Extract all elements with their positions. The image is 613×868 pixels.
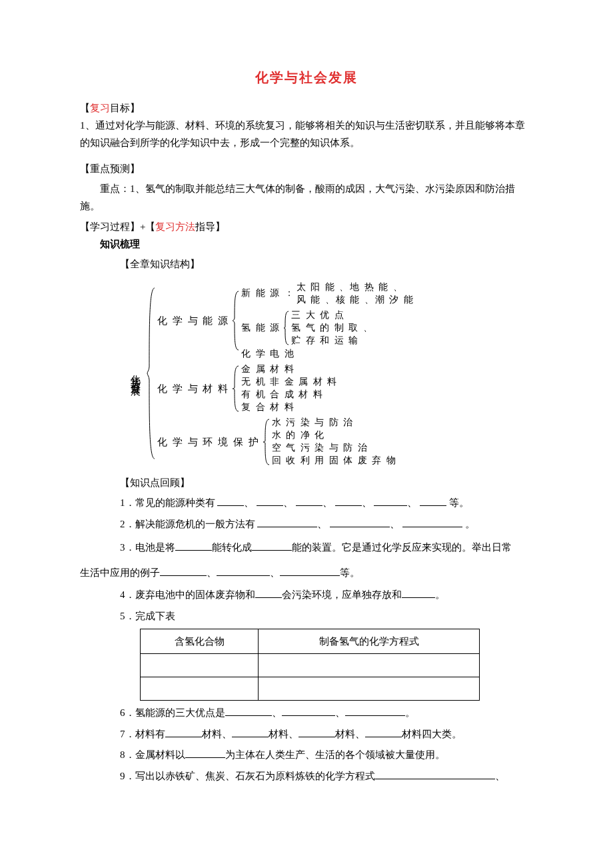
table-cell xyxy=(259,654,480,677)
fill-blank xyxy=(330,517,390,527)
brace-icon xyxy=(231,363,241,414)
table-cell xyxy=(141,677,259,701)
tree-g1-b: 氢 能 源 xyxy=(241,309,282,347)
hydrogen-table: 含氢化合物 制备氢气的化学方程式 xyxy=(140,629,480,701)
tree-root: 化学与社会发展 xyxy=(127,279,145,468)
document-page: 化学与社会发展 【复习目标】 1、通过对化学与能源、材料、环境的系统复习，能够将… xyxy=(0,0,613,868)
table-header-equation: 制备氢气的化学方程式 xyxy=(259,629,480,654)
fill-blank xyxy=(420,496,446,506)
fill-blank xyxy=(402,588,435,598)
q3-b: 能转化成 xyxy=(212,542,252,553)
knowledge-tree: 化学与社会发展 化 学 与 能 源 新 能 xyxy=(127,279,533,468)
fill-blank xyxy=(280,566,340,576)
q7-m: 材料、 xyxy=(335,729,365,739)
proc-b: 指导】 xyxy=(195,221,225,232)
question-3b: 生活中应用的例子、、等。 xyxy=(80,563,533,583)
fill-blank xyxy=(375,769,495,779)
tree-leaf: 有 机 合 成 材 料 xyxy=(241,389,338,401)
brace-icon xyxy=(231,280,241,361)
keypoint-header: 【重点预测】 xyxy=(80,161,533,177)
question-3: 3．电池是将能转化成能的装置。它是通过化学反应来实现的。举出日常 xyxy=(120,537,533,559)
fill-blank xyxy=(175,541,212,551)
fill-blank xyxy=(299,727,335,737)
q8-a: 8．金属材料以 xyxy=(120,749,185,760)
review-header: 【知识点回顾】 xyxy=(120,475,533,491)
table-row xyxy=(141,654,480,677)
question-8: 8．金属材料以为主体在人类生产、生活的各个领域被大量使用。 xyxy=(120,747,533,764)
sep: 、 xyxy=(322,497,332,508)
page-title: 化学与社会发展 xyxy=(80,67,533,88)
goal-rest: 目标】 xyxy=(110,103,140,113)
tree-leaf: 三 大 优 点 xyxy=(291,309,374,322)
sep: 、 xyxy=(270,567,280,578)
sep: 、 xyxy=(244,497,254,508)
table-row xyxy=(141,677,480,701)
tree-g2: 化 学 与 材 料 xyxy=(157,363,231,414)
fill-blank xyxy=(374,496,407,506)
fill-blank xyxy=(282,706,335,716)
q6-a: 6．氢能源的三大优点是 xyxy=(120,707,225,718)
question-2: 2．解决能源危机的一般方法有 、 、 。 xyxy=(120,516,533,533)
sep: 、 xyxy=(272,707,282,718)
q6-b: 。 xyxy=(405,707,415,718)
goal-body: 1、通过对化学与能源、材料、环境的系统复习，能够将相关的知识与生活密切联系，并且… xyxy=(80,117,533,151)
fill-blank xyxy=(402,517,462,527)
q4-c: 。 xyxy=(435,589,445,600)
fill-blank xyxy=(185,748,225,758)
q7-b: 材料四大类。 xyxy=(402,729,462,739)
table-row: 含氢化合物 制备氢气的化学方程式 xyxy=(141,629,480,654)
fill-blank xyxy=(257,517,317,527)
fill-blank xyxy=(257,496,283,506)
q2-a: 2．解决能源危机的一般方法有 xyxy=(120,519,255,529)
q4-b: 会污染环境，应单独存放和 xyxy=(282,589,402,600)
tree-leaf: 太 阳 能 、地 热 能 、 xyxy=(297,281,414,294)
table-cell xyxy=(141,654,259,677)
fill-blank xyxy=(217,496,244,506)
process-header: 【学习过程】+【复习方法指导】 xyxy=(80,219,533,235)
question-5: 5．完成下表 xyxy=(120,608,533,625)
question-7: 7．材料有材料、材料、材料、材料四大类。 xyxy=(120,726,533,743)
tree-leaf: 水 的 净 化 xyxy=(272,429,397,442)
tree-leaf: 氢 气 的 制 取 、 xyxy=(291,322,374,335)
bracket-text: 【 xyxy=(80,103,90,113)
question-list: 1．常见的能源种类有 、 、 、 、 、 等。 2．解决能源危机的一般方法有 、… xyxy=(120,495,533,785)
q2-b: 。 xyxy=(465,519,475,529)
q8-b: 为主体在人类生产、生活的各个领域被大量使用。 xyxy=(225,749,445,760)
q3-d: 生活中应用的例子 xyxy=(80,567,160,578)
sep: 、 xyxy=(335,707,345,718)
sep: 、 xyxy=(283,497,293,508)
tree-leaf: 水 污 染 与 防 治 xyxy=(272,417,397,429)
sep: 、 xyxy=(362,497,372,508)
sep: 、 xyxy=(407,497,417,508)
tree-leaf: 无 机 非 金 属 材 料 xyxy=(241,376,338,389)
fill-blank xyxy=(296,496,322,506)
q3-a: 3．电池是将 xyxy=(120,542,175,553)
tree-leaf: 金 属 材 料 xyxy=(241,363,338,376)
fill-blank xyxy=(365,727,402,737)
proc-a: 【学习过程】+【 xyxy=(80,221,155,232)
brace-icon xyxy=(145,279,157,468)
keypoint-body: 重点：1、氢气的制取并能总结三大气体的制备，酸雨的成因，大气污染、水污染原因和防… xyxy=(80,181,533,215)
tree-g3: 化 学 与 环 境 保 护 xyxy=(157,417,261,467)
sep: 、 xyxy=(390,519,400,529)
tree-leaf: 空 气 污 染 与 防 治 xyxy=(272,442,397,455)
q7-m: 材料、 xyxy=(269,729,299,739)
q3-e: 等。 xyxy=(340,567,360,578)
fill-blank xyxy=(165,727,202,737)
sep: 、 xyxy=(317,519,327,529)
fill-blank xyxy=(225,706,272,716)
question-4: 4．废弃电池中的固体废弃物和会污染环境，应单独存放和。 xyxy=(120,587,533,604)
section-goal-header: 【复习目标】 xyxy=(80,100,533,116)
table-cell xyxy=(259,677,480,701)
tree-leaf: 贮 存 和 运 输 xyxy=(291,335,374,347)
fill-blank xyxy=(217,566,270,576)
brace-icon xyxy=(282,309,291,347)
question-6: 6．氢能源的三大优点是、、。 xyxy=(120,705,533,722)
fill-blank xyxy=(232,727,269,737)
tree-subheader: 【全章知识结构】 xyxy=(120,256,533,272)
q3-c: 能的装置。它是通过化学反应来实现的。举出日常 xyxy=(292,542,512,553)
q7-a: 7．材料有 xyxy=(120,729,165,739)
sep: 、 xyxy=(207,567,217,578)
goal-red: 复习 xyxy=(90,103,110,113)
question-1: 1．常见的能源种类有 、 、 、 、 、 等。 xyxy=(120,495,533,512)
